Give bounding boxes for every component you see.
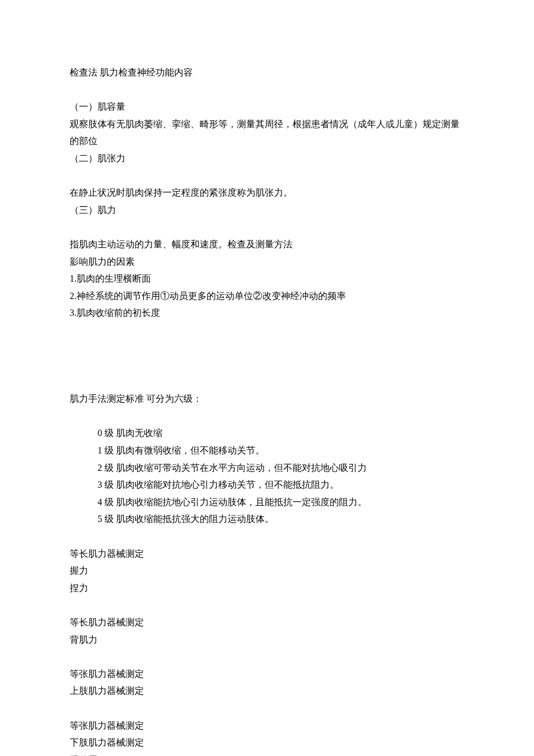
section-heading: （一）肌容量 <box>70 98 464 116</box>
grade-level: 0 级 <box>98 428 114 438</box>
section-body-line: 3.肌肉收缩前的初长度 <box>70 304 464 322</box>
measurement-line: 等张肌力器械测定 <box>70 717 464 735</box>
measurement-line: 捏力 <box>70 579 464 597</box>
measurement-block: 等长肌力器械测定 背肌力 <box>70 614 464 648</box>
grade-row: 4 级 肌肉收缩能抗地心引力运动肢体，且能抵抗一定强度的阻力。 <box>98 494 464 511</box>
grades-list: 0 级 肌肉无收缩 1 级 肌肉有微弱收缩，但不能移动关节。 2 级 肌肉收缩可… <box>70 424 464 528</box>
measurement-line: 等长肌力器械测定 <box>70 614 464 631</box>
section-heading: （二）肌张力 <box>70 150 464 167</box>
measurement-line: 踝伸屈 <box>70 751 464 756</box>
title: 检查法 肌力检查神经功能内容 <box>70 64 464 81</box>
grade-desc: 肌肉无收缩 <box>116 428 163 438</box>
grade-level: 5 级 <box>98 514 114 524</box>
measurement-line: 握力 <box>70 562 464 579</box>
grade-desc: 肌肉收缩能对抗地心引力移动关节，但不能抵抗阻力。 <box>116 480 339 489</box>
spacer <box>70 322 464 390</box>
grade-row: 2 级 肌肉收缩可带动关节在水平方向运动，但不能对抗地心吸引力 <box>98 459 464 477</box>
measurement-block: 等张肌力器械测定 下肢肌力器械测定 踝伸屈 膝伸 <box>70 717 464 756</box>
measurement-block: 等张肌力器械测定 上肢肌力器械测定 <box>70 665 464 700</box>
section-body-line: 指肌肉主动运动的力量、幅度和速度。检查及测量方法 <box>70 236 464 253</box>
grade-level: 4 级 <box>98 497 114 507</box>
grade-row: 0 级 肌肉无收缩 <box>98 424 464 442</box>
measurement-line: 下肢肌力器械测定 <box>70 734 464 751</box>
grade-desc: 肌肉有微弱收缩，但不能移动关节。 <box>116 445 265 455</box>
measurement-block: 等长肌力器械测定 握力 捏力 <box>70 545 464 597</box>
grade-desc: 肌肉收缩可带动关节在水平方向运动，但不能对抗地心吸引力 <box>116 463 367 473</box>
grade-row: 5 级 肌肉收缩能抵抗强大的阻力运动肢体。 <box>98 510 464 528</box>
spacer <box>70 596 464 614</box>
section-heading: （三）肌力 <box>70 201 464 219</box>
grade-level: 1 级 <box>98 445 114 455</box>
measurement-line: 等张肌力器械测定 <box>70 665 464 683</box>
grades-heading: 肌力手法测定标准 可分为六级： <box>70 390 464 408</box>
section-body-line: 1.肌肉的生理横断面 <box>70 270 464 287</box>
section-body-line: 在静止状况时肌肉保持一定程度的紧张度称为肌张力。 <box>70 184 464 201</box>
grade-row: 3 级 肌肉收缩能对抗地心引力移动关节，但不能抵抗阻力。 <box>98 476 464 494</box>
spacer <box>70 528 464 545</box>
spacer <box>70 648 464 665</box>
section-body-line: 影响肌力的因素 <box>70 253 464 271</box>
section-body-line: 2.神经系统的调节作用①动员更多的运动单位②改变神经冲动的频率 <box>70 287 464 305</box>
section-3: （三）肌力 指肌肉主动运动的力量、幅度和速度。检查及测量方法 影响肌力的因素 1… <box>70 201 464 322</box>
grade-desc: 肌肉收缩能抵抗强大的阻力运动肢体。 <box>116 514 274 524</box>
section-1: （一）肌容量 观察肢体有无肌肉萎缩、挛缩、畸形等，测量其周径，根据患者情况（成年… <box>70 98 464 150</box>
spacer <box>70 408 464 425</box>
measurement-line: 上肢肌力器械测定 <box>70 682 464 700</box>
grade-level: 3 级 <box>98 480 114 489</box>
spacer <box>70 167 464 185</box>
section-2: （二）肌张力 在静止状况时肌肉保持一定程度的紧张度称为肌张力。 <box>70 150 464 201</box>
grade-level: 2 级 <box>98 463 114 473</box>
measurement-line: 等长肌力器械测定 <box>70 545 464 563</box>
document-page: 检查法 肌力检查神经功能内容 （一）肌容量 观察肢体有无肌肉萎缩、挛缩、畸形等，… <box>0 0 534 756</box>
measurement-line: 背肌力 <box>70 631 464 649</box>
spacer <box>70 81 464 99</box>
grade-desc: 肌肉收缩能抗地心引力运动肢体，且能抵抗一定强度的阻力。 <box>116 497 367 507</box>
spacer <box>70 218 464 236</box>
grade-row: 1 级 肌肉有微弱收缩，但不能移动关节。 <box>98 442 464 459</box>
spacer <box>70 700 464 717</box>
section-body-line: 观察肢体有无肌肉萎缩、挛缩、畸形等，测量其周径，根据患者情况（成年人或儿童）规定… <box>70 116 464 150</box>
